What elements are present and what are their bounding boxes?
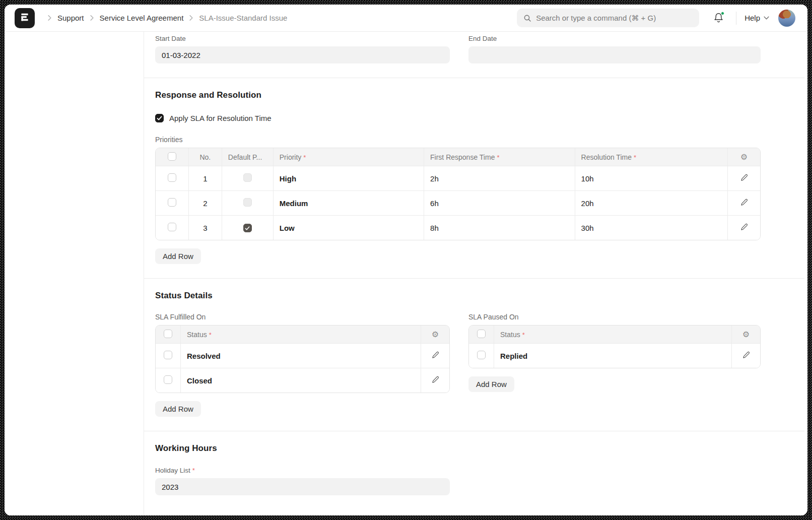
- breadcrumb-item[interactable]: Support: [57, 14, 84, 22]
- start-date-value: 01-03-2022: [162, 51, 200, 59]
- edit-row-button[interactable]: [740, 199, 748, 206]
- table-row: 3 Low 8h 30h: [156, 215, 760, 240]
- select-all-checkbox[interactable]: [164, 330, 172, 338]
- priorities-header-row: No. Default P... Priority* First Respons…: [156, 148, 760, 166]
- sla-fulfilled-table: Status* ⚙︎ Resolved Closed: [155, 325, 450, 393]
- edit-row-button[interactable]: [432, 376, 439, 383]
- first-response-time-cell[interactable]: 8h: [424, 215, 575, 240]
- search-icon: [523, 14, 531, 22]
- avatar[interactable]: [778, 10, 795, 27]
- sla-fulfilled-label: SLA Fulfilled On: [155, 313, 450, 321]
- table-row: Replied: [469, 343, 760, 368]
- notifications-button[interactable]: [710, 10, 727, 26]
- default-priority-checkbox[interactable]: [243, 198, 252, 207]
- sla-paused-table: Status* ⚙︎ Replied: [468, 325, 761, 368]
- col-default-priority: Default P...: [222, 148, 274, 166]
- table-settings-gear-icon[interactable]: ⚙︎: [742, 331, 750, 339]
- table-row: 2 Medium 6h 20h: [156, 190, 760, 215]
- sla-paused-column: SLA Paused On Status* ⚙︎ Replied: [468, 313, 761, 417]
- apply-sla-checkbox[interactable]: Apply SLA for Resolution Time: [155, 114, 272, 122]
- chevron-right-icon: [189, 15, 193, 21]
- section-divider: [144, 278, 804, 279]
- priority-cell[interactable]: High: [274, 166, 424, 190]
- priorities-add-row-button[interactable]: Add Row: [155, 248, 201, 264]
- row-select-checkbox[interactable]: [477, 351, 486, 359]
- search-placeholder: Search or type a command (⌘ + G): [536, 14, 656, 23]
- end-date-label: End Date: [468, 35, 761, 42]
- edit-row-button[interactable]: [742, 351, 750, 359]
- table-settings-gear-icon[interactable]: ⚙︎: [740, 153, 748, 161]
- sla-fulfilled-add-row-button[interactable]: Add Row: [155, 401, 201, 417]
- sla-paused-header-row: Status* ⚙︎: [469, 326, 760, 343]
- left-panel: [5, 32, 144, 515]
- col-priority: Priority*: [274, 148, 424, 166]
- sla-paused-label: SLA Paused On: [468, 313, 761, 321]
- edit-pencil-icon: [740, 174, 748, 181]
- col-resolution-time: Resolution Time*: [575, 148, 728, 166]
- select-all-checkbox[interactable]: [168, 152, 176, 161]
- status-cell[interactable]: Resolved: [181, 343, 421, 368]
- row-number: 1: [189, 166, 222, 190]
- holiday-list-input[interactable]: 2023: [155, 478, 450, 495]
- form-content: Start Date 01-03-2022 End Date Response …: [144, 32, 807, 515]
- select-all-checkbox[interactable]: [477, 330, 486, 338]
- edit-pencil-icon: [740, 199, 748, 206]
- breadcrumb: SupportService Level AgreementSLA-Issue-…: [42, 14, 287, 22]
- col-no: No.: [189, 148, 222, 166]
- search-input[interactable]: Search or type a command (⌘ + G): [517, 9, 699, 27]
- navbar: SupportService Level AgreementSLA-Issue-…: [5, 5, 807, 32]
- first-response-time-cell[interactable]: 6h: [424, 190, 575, 215]
- sla-paused-add-row-button[interactable]: Add Row: [468, 376, 514, 392]
- table-row: 1 High 2h 10h: [156, 166, 760, 190]
- breadcrumb-item[interactable]: SLA-Issue-Standard Issue: [199, 14, 287, 22]
- start-date-label: Start Date: [155, 35, 450, 42]
- holiday-list-label: Holiday List*: [155, 467, 450, 474]
- edit-row-button[interactable]: [432, 351, 439, 359]
- checkbox-checked-icon: [155, 114, 164, 122]
- sla-fulfilled-header-row: Status* ⚙︎: [156, 326, 449, 343]
- end-date-input[interactable]: [468, 46, 761, 63]
- row-number: 3: [189, 215, 222, 240]
- row-select-checkbox[interactable]: [168, 173, 176, 182]
- edit-pencil-icon: [742, 351, 750, 359]
- col-first-response-time: First Response Time*: [424, 148, 575, 166]
- status-cell[interactable]: Closed: [181, 368, 421, 393]
- breadcrumb-item[interactable]: Service Level Agreement: [100, 14, 184, 22]
- row-select-checkbox[interactable]: [168, 223, 176, 231]
- row-select-checkbox[interactable]: [164, 351, 172, 359]
- priorities-label: Priorities: [155, 136, 762, 144]
- edit-pencil-icon: [432, 376, 439, 383]
- app-logo[interactable]: [15, 8, 35, 28]
- col-status: Status*: [181, 326, 421, 343]
- chevron-right-icon: [47, 15, 52, 21]
- section-divider: [144, 431, 804, 431]
- status-cell[interactable]: Replied: [494, 343, 732, 368]
- edit-pencil-icon: [740, 223, 748, 231]
- priority-cell[interactable]: Low: [274, 215, 424, 240]
- table-row: Resolved: [156, 343, 449, 368]
- table-row: Closed: [156, 368, 449, 393]
- first-response-time-cell[interactable]: 2h: [424, 166, 575, 190]
- col-status: Status*: [494, 326, 732, 343]
- section-title-response: Response and Resolution: [155, 90, 762, 100]
- row-select-checkbox[interactable]: [164, 375, 172, 384]
- edit-pencil-icon: [432, 351, 439, 359]
- table-settings-gear-icon[interactable]: ⚙︎: [432, 331, 439, 339]
- resolution-time-cell[interactable]: 30h: [575, 215, 728, 240]
- start-date-input[interactable]: 01-03-2022: [155, 46, 450, 63]
- frappe-e-icon: [19, 12, 30, 25]
- resolution-time-cell[interactable]: 10h: [575, 166, 728, 190]
- help-menu-button[interactable]: Help: [745, 14, 769, 22]
- priority-cell[interactable]: Medium: [274, 190, 424, 215]
- holiday-list-value: 2023: [162, 483, 178, 491]
- default-priority-checkbox[interactable]: [243, 224, 252, 232]
- chevron-right-icon: [90, 15, 94, 21]
- section-divider: [144, 78, 804, 78]
- edit-row-button[interactable]: [740, 174, 748, 181]
- row-select-checkbox[interactable]: [168, 198, 176, 207]
- default-priority-checkbox[interactable]: [243, 173, 252, 182]
- resolution-time-cell[interactable]: 20h: [575, 190, 728, 215]
- sla-fulfilled-column: SLA Fulfilled On Status* ⚙︎ Resolved: [155, 313, 450, 417]
- edit-row-button[interactable]: [740, 223, 748, 231]
- navbar-divider: [736, 12, 736, 25]
